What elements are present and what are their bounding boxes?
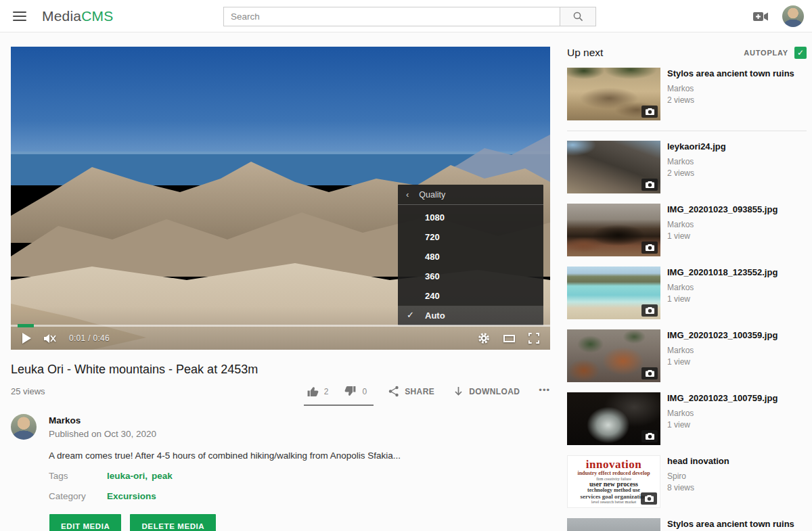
download-label: DOWNLOAD	[469, 387, 520, 396]
upnext-item-views: 1 view	[667, 357, 777, 367]
play-button[interactable]	[22, 333, 31, 344]
upnext-item-author: Markos	[667, 283, 777, 292]
upnext-item-author: Markos	[667, 157, 726, 166]
media-thumbnail	[567, 204, 660, 256]
up-next-title: Up next	[567, 47, 603, 59]
upnext-list: Stylos area ancient town ruins Markos 2 …	[567, 68, 807, 531]
chevron-left-icon: ‹	[406, 189, 409, 200]
media-thumbnail	[567, 329, 660, 382]
upnext-item-author: Spiro	[667, 471, 729, 481]
check-icon: ✓	[797, 48, 804, 57]
rating-group: 2 0	[307, 386, 369, 397]
edit-media-button[interactable]: EDIT MEDIA	[49, 514, 121, 531]
upnext-item[interactable]: innovationindustry effect reduced develo…	[567, 455, 807, 508]
app-header: MediaCMS	[0, 0, 812, 32]
upnext-item[interactable]: leykaori24.jpg Markos 2 views	[567, 141, 807, 193]
like-count: 2	[324, 387, 329, 396]
upnext-item-title: IMG_20201023_093855.jpg	[667, 204, 777, 215]
media-thumbnail	[567, 392, 660, 445]
logo-cms-text: CMS	[81, 8, 113, 24]
tag-link[interactable]: leuka-ori	[107, 471, 145, 481]
upnext-item[interactable]: IMG_20201023_093855.jpg Markos 1 view	[567, 204, 807, 256]
upnext-item-title: head inovation	[667, 456, 729, 467]
video-player[interactable]: ‹ Quality 1080720480360240✓Auto	[11, 47, 550, 350]
download-button[interactable]: DOWNLOAD	[453, 386, 520, 397]
fullscreen-icon[interactable]	[528, 333, 539, 344]
media-thumbnail	[567, 518, 660, 531]
upnext-item-title: IMG_20201023_100359.jpg	[667, 330, 777, 341]
upnext-item[interactable]: IMG_20201018_123552.jpg Markos 1 view	[567, 267, 807, 319]
upnext-item[interactable]: Stylos area ancient town ruins Markos 2 …	[567, 68, 807, 120]
quality-option[interactable]: 480	[398, 247, 543, 267]
camera-icon	[641, 241, 658, 254]
quality-menu-title: Quality	[419, 190, 445, 200]
camera-icon	[641, 367, 658, 379]
upnext-item-title: IMG_20201018_123552.jpg	[667, 267, 777, 278]
autoplay-label: AUTOPLAY	[744, 49, 788, 57]
upload-media-icon[interactable]	[753, 11, 769, 22]
upnext-item-author: Markos	[667, 346, 777, 355]
share-button[interactable]: SHARE	[388, 386, 434, 397]
upnext-item-views: 1 view	[667, 420, 777, 430]
quality-option[interactable]: 720	[398, 227, 543, 247]
category-link[interactable]: Excursions	[107, 491, 156, 501]
upnext-item-author: Markos	[667, 409, 777, 418]
time-display: 0:01 / 0:46	[69, 333, 110, 343]
media-thumbnail	[567, 141, 660, 193]
upnext-item-title: IMG_20201023_100759.jpg	[667, 393, 777, 404]
tag-list: leuka-ori,peak	[107, 471, 173, 481]
up-next-sidebar: Up next AUTOPLAY ✓ Stylos area ancient t…	[567, 47, 807, 531]
author-avatar[interactable]	[11, 414, 37, 440]
media-thumbnail: innovationindustry effect reduced develo…	[567, 455, 660, 508]
mediacms-app: MediaCMS	[0, 0, 812, 531]
quality-option[interactable]: 240	[398, 286, 543, 306]
upnext-item-author: Markos	[667, 84, 794, 93]
upnext-item[interactable]: Stylos area ancient town ruins Markos	[567, 518, 807, 531]
view-count: 25 views	[11, 386, 45, 396]
video-title: Leuka Ori - White mountains - Peak at 24…	[11, 363, 550, 377]
share-icon	[388, 386, 399, 397]
camera-icon	[641, 179, 658, 191]
published-date: Published on Oct 30, 2020	[49, 429, 156, 439]
menu-button[interactable]	[13, 11, 26, 21]
tags-label: Tags	[49, 471, 107, 481]
thumb-down-icon	[344, 386, 357, 397]
dislike-button[interactable]: 0	[344, 386, 367, 397]
user-avatar[interactable]	[782, 5, 804, 27]
upnext-item[interactable]: IMG_20201023_100359.jpg Markos 1 view	[567, 329, 807, 382]
thumb-up-icon	[307, 386, 319, 397]
logo[interactable]: MediaCMS	[42, 8, 113, 24]
search-bar	[223, 7, 596, 26]
upnext-item-views: 2 views	[667, 168, 726, 178]
author-name[interactable]: Markos	[49, 415, 156, 425]
download-icon	[453, 386, 464, 397]
upnext-item-views: 8 views	[667, 483, 729, 492]
upnext-item-views: 2 views	[667, 95, 794, 105]
search-input[interactable]	[223, 7, 560, 26]
logo-media-text: Media	[42, 8, 81, 24]
more-options-button[interactable]: •••	[539, 385, 550, 398]
like-button[interactable]: 2	[307, 386, 329, 397]
share-label: SHARE	[405, 387, 434, 396]
quality-menu: ‹ Quality 1080720480360240✓Auto	[398, 185, 543, 325]
upnext-item-title: leykaori24.jpg	[667, 141, 726, 152]
tag-link[interactable]: peak	[152, 471, 173, 481]
category-label: Category	[49, 491, 107, 501]
video-description: A dream comes true! After 4-5 hours of c…	[49, 451, 550, 461]
delete-media-button[interactable]: DELETE MEDIA	[130, 514, 216, 531]
media-thumbnail	[567, 68, 660, 120]
quality-option[interactable]: 360	[398, 267, 543, 286]
dislike-count: 0	[362, 387, 367, 396]
upnext-item-title: Stylos area ancient town ruins	[667, 519, 794, 530]
quality-menu-back[interactable]: ‹ Quality	[398, 185, 543, 205]
upnext-item-views: 1 view	[667, 231, 777, 241]
settings-gear-icon[interactable]	[478, 332, 490, 344]
search-icon	[572, 11, 584, 22]
autoplay-checkbox[interactable]: ✓	[794, 47, 807, 59]
search-button[interactable]	[560, 7, 596, 26]
upnext-item[interactable]: IMG_20201023_100759.jpg Markos 1 view	[567, 392, 807, 445]
quality-option[interactable]: 1080	[398, 208, 543, 227]
theater-mode-icon[interactable]	[503, 335, 515, 342]
mute-icon[interactable]	[43, 333, 57, 344]
upnext-item-views: 1 view	[667, 294, 777, 304]
